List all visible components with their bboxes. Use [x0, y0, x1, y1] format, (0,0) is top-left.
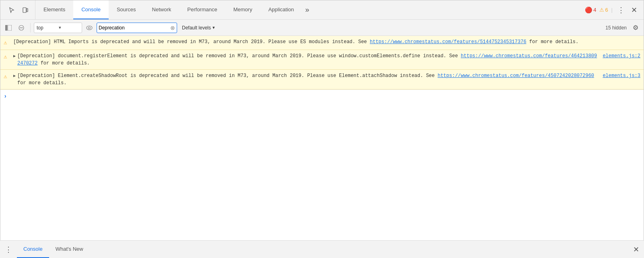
filter-clear-button[interactable]: ⊗: [170, 25, 175, 31]
sidebar-toggle-icon[interactable]: [3, 22, 14, 33]
svg-point-6: [87, 26, 92, 30]
expand-button-3[interactable]: ▶: [13, 73, 16, 79]
filter-input-wrapper: ⊗: [97, 23, 177, 33]
svg-point-7: [89, 27, 91, 29]
dropdown-arrow-icon: ▾: [59, 25, 79, 30]
error-badge[interactable]: 🔴 4: [585, 6, 596, 14]
devtools-icons: [2, 0, 35, 19]
tab-memory[interactable]: Memory: [225, 0, 260, 19]
badge-separator: |: [611, 7, 613, 13]
console-toolbar: top ▾ ⊗ Default levels ▾ 15 hidden ⚙: [0, 20, 644, 36]
console-settings-icon[interactable]: ⚙: [630, 22, 641, 33]
svg-rect-3: [8, 25, 12, 31]
expand-button-2[interactable]: ▶: [13, 53, 16, 59]
tab-sources[interactable]: Sources: [109, 0, 144, 19]
message-text-1: [Deprecation] HTML Imports is deprecated…: [13, 38, 640, 46]
toolbar-right: 15 hidden ⚙: [605, 22, 641, 33]
log-levels-selector[interactable]: Default levels ▾: [179, 24, 218, 31]
clear-console-icon[interactable]: [16, 22, 27, 33]
console-message-3: ⚠ ▶ [Deprecation] Element.createShadowRo…: [0, 70, 644, 89]
filter-input[interactable]: [99, 25, 169, 31]
tab-elements[interactable]: Elements: [35, 0, 73, 19]
context-selector[interactable]: top ▾: [34, 23, 82, 33]
deprecation-link-3[interactable]: https://www.chromestatus.com/features/45…: [438, 73, 594, 79]
error-circle-icon: 🔴: [585, 6, 592, 14]
hidden-count-label: 15 hidden: [605, 25, 627, 31]
deprecation-link-1[interactable]: https://www.chromestatus.com/features/51…: [370, 39, 526, 45]
more-tabs-button[interactable]: »: [302, 0, 312, 19]
devtools-close-button[interactable]: ✕: [630, 4, 639, 16]
warning-icon-3: ⚠: [4, 73, 11, 81]
bottom-tab-whats-new[interactable]: What's New: [49, 241, 90, 258]
tab-application[interactable]: Application: [260, 0, 302, 19]
console-input[interactable]: [9, 92, 640, 98]
tab-bar: Elements Console Sources Network Perform…: [0, 0, 644, 20]
message-text-2: [Deprecation] document.registerElement i…: [17, 52, 598, 67]
toolbar-separator: [30, 23, 31, 33]
bottom-tab-bar: ⋮ Console What's New ✕: [0, 240, 644, 258]
console-message-1: ⚠ [Deprecation] HTML Imports is deprecat…: [0, 36, 644, 50]
devtools-menu-button[interactable]: ⋮: [616, 4, 626, 16]
source-link-3[interactable]: elements.js:3: [603, 72, 640, 79]
prompt-arrow-icon: ›: [4, 92, 7, 101]
console-prompt: ›: [0, 89, 644, 103]
warning-triangle-icon: ⚠: [599, 7, 604, 13]
warning-badge[interactable]: ⚠ 6: [599, 7, 608, 13]
bottom-bar-close-button[interactable]: ✕: [633, 245, 639, 254]
tab-performance[interactable]: Performance: [179, 0, 225, 19]
svg-rect-0: [23, 8, 26, 12]
levels-dropdown-icon: ▾: [213, 25, 215, 30]
warning-icon-2: ⚠: [4, 53, 11, 61]
bottom-tab-console[interactable]: Console: [17, 241, 49, 258]
eye-icon[interactable]: [84, 22, 95, 33]
deprecation-link-2[interactable]: https://www.chromestatus.com/features/46…: [17, 53, 597, 66]
tab-console[interactable]: Console: [73, 0, 109, 19]
cursor-icon[interactable]: [5, 4, 18, 17]
warning-icon-1: ⚠: [4, 39, 11, 47]
svg-rect-1: [27, 8, 28, 12]
device-icon[interactable]: [19, 4, 32, 17]
source-link-2[interactable]: elements.js:2: [603, 52, 640, 60]
tab-network[interactable]: Network: [144, 0, 180, 19]
svg-rect-2: [5, 25, 7, 31]
console-message-2: ⚠ ▶ [Deprecation] document.registerEleme…: [0, 50, 644, 70]
tab-bar-right: 🔴 4 ⚠ 6 | ⋮ ✕: [585, 4, 642, 16]
message-text-3: [Deprecation] Element.createShadowRoot i…: [17, 72, 598, 87]
main-tabs: Elements Console Sources Network Perform…: [35, 0, 312, 19]
console-output: ⚠ [Deprecation] HTML Imports is deprecat…: [0, 36, 644, 103]
bottom-menu-icon[interactable]: ⋮: [5, 245, 12, 254]
